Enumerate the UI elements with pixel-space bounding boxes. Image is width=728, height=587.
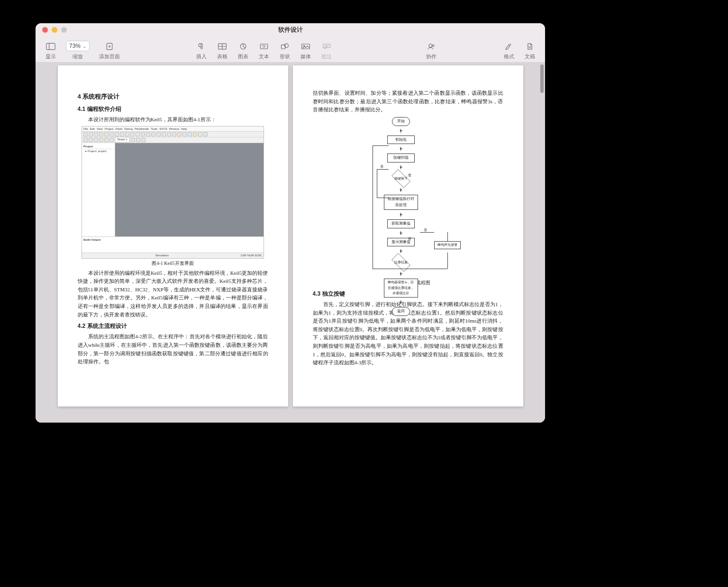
flow-label-yes-1: 是 — [408, 173, 411, 178]
shape-icon — [279, 42, 291, 51]
flow-alarm: 蜂鸣器报警3s，语音播报比赛结束，并播报比分 — [384, 279, 418, 298]
flow-init: 初始化 — [387, 135, 415, 144]
document-area[interactable]: 4 系统程序设计 4.1 编程软件介绍 本设计所用到的编程软件为Keil5，其界… — [36, 63, 545, 423]
svg-rect-0 — [46, 43, 55, 49]
titlebar: 软件设计 — [36, 23, 545, 36]
chevron-down-icon: ⌄ — [82, 44, 86, 49]
zoom-control[interactable]: 73% ⌄ 缩放 — [61, 36, 94, 62]
flow-start: 开始 — [392, 117, 410, 126]
toolbar: 显示 73% ⌄ 缩放 添加页面 插入 表格 — [36, 36, 545, 63]
collab-label: 协作 — [426, 53, 437, 60]
keil-toolbar-2: Target 1 — [82, 137, 264, 143]
add-page-icon — [104, 42, 115, 51]
view-button[interactable]: 显示 — [40, 36, 61, 62]
heading-4: 4 系统程序设计 — [78, 92, 268, 102]
view-label: 显示 — [46, 53, 56, 60]
svg-point-18 — [432, 45, 434, 47]
media-button[interactable]: 媒体 — [295, 36, 316, 62]
heading-4-2: 4.2 系统主流程设计 — [78, 322, 268, 331]
keil-editor-area — [115, 143, 264, 236]
svg-text:字: 字 — [262, 45, 266, 49]
paragraph-icon — [196, 42, 207, 51]
para-41-intro: 本设计所用到的编程软件为Keil5，其界面如图4-1所示： — [78, 116, 268, 124]
figure-4-1-keil-screenshot: FileEdit ViewProject FlashDebug Peripher… — [82, 126, 264, 259]
table-label: 表格 — [217, 53, 228, 60]
keil-build-output: Build Output — [82, 236, 264, 253]
media-label: 媒体 — [300, 53, 311, 60]
comment-icon — [321, 42, 332, 51]
flow-ledalarm: 蜂鸣声光报警 — [434, 241, 461, 249]
shape-label: 形状 — [280, 53, 290, 60]
add-page-label: 添加页面 — [99, 53, 120, 60]
comment-button[interactable]: 批注 — [316, 36, 337, 62]
flow-getmeasure: 获取测量值 — [387, 219, 415, 228]
keil-menubar: FileEdit ViewProject FlashDebug Peripher… — [82, 126, 264, 132]
flow-gameend-decision: 比赛结束 — [389, 256, 413, 269]
table-icon — [217, 42, 228, 51]
para-41-body: 本设计所使用的编程环境是Keil5，相对于其他软件编程环境，Keil5更加的轻便… — [78, 269, 268, 319]
format-label: 格式 — [504, 53, 514, 60]
insert-label: 插入 — [196, 53, 207, 60]
app-window: 软件设计 显示 73% ⌄ 缩放 添加页面 — [36, 23, 545, 423]
flow-keyscan: 按键扫描 — [387, 154, 415, 163]
sidebar-icon — [45, 42, 56, 51]
keil-project-panel: Project ▸ Project: project — [82, 143, 115, 236]
keil-statusbar: Simulation CAP NUM SCRL — [82, 253, 264, 258]
zoom-value: 73% — [69, 43, 81, 49]
flow-keyproc: 根据键值执行对应处理 — [384, 195, 418, 210]
chart-label: 图表 — [238, 53, 248, 60]
caption-4-1: 图4-1 Keil5开发界面 — [78, 260, 268, 267]
zoom-select[interactable]: 73% ⌄ — [66, 41, 90, 51]
format-button[interactable]: 格式 — [499, 36, 519, 62]
table-button[interactable]: 表格 — [212, 36, 233, 62]
para-42-body: 系统的主流程图如图4-2所示。在主程序中：首先对各个模块进行初始化，随后进入wh… — [78, 333, 268, 366]
collab-icon — [426, 42, 437, 51]
text-icon: 字 — [258, 42, 270, 51]
svg-point-17 — [429, 44, 432, 47]
page-left[interactable]: 4 系统程序设计 4.1 编程软件介绍 本设计所用到的编程软件为Keil5，其界… — [58, 65, 288, 406]
figure-4-2-flowchart: 开始 初始化 按键扫描 按键按下 根据键值执行对应处理 — [313, 117, 503, 278]
text-label: 文本 — [259, 53, 269, 60]
flow-label-yes-2: 是 — [408, 236, 411, 242]
comment-label: 批注 — [321, 53, 332, 60]
zoom-label: 缩放 — [73, 53, 83, 60]
format-icon — [503, 42, 515, 51]
document-icon — [524, 42, 536, 51]
vertical-scrollbar[interactable] — [540, 64, 544, 93]
window-title: 软件设计 — [36, 26, 545, 34]
media-icon — [300, 42, 311, 51]
add-page-button[interactable]: 添加页面 — [94, 36, 125, 62]
flow-return: 返回 — [392, 307, 410, 316]
document-label: 文稿 — [525, 53, 535, 60]
page-right[interactable]: 括切换界面、设置时间、加分等；紧接着进入第二个函数显示函数，该函数显示比赛时间和… — [293, 65, 523, 406]
keil-toolbar-1 — [82, 132, 264, 137]
para-42-cont: 括切换界面、设置时间、加分等；紧接着进入第二个函数显示函数，该函数显示比赛时间和… — [313, 89, 503, 114]
text-button[interactable]: 字 文本 — [254, 36, 274, 62]
insert-button[interactable]: 插入 — [191, 36, 212, 62]
pages-container: 4 系统程序设计 4.1 编程软件介绍 本设计所用到的编程软件为Keil5，其界… — [36, 63, 545, 423]
chart-button[interactable]: 图表 — [233, 36, 254, 62]
heading-4-1: 4.1 编程软件介绍 — [78, 105, 268, 114]
chart-icon — [237, 42, 249, 51]
collab-button[interactable]: 协作 — [421, 36, 442, 62]
shape-button[interactable]: 形状 — [274, 36, 295, 62]
document-button[interactable]: 文稿 — [519, 36, 540, 62]
